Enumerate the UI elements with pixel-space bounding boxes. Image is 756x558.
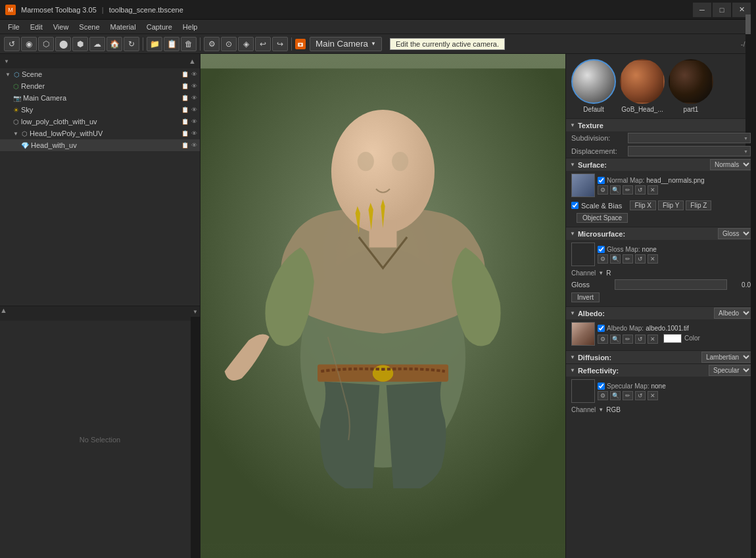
diffusion-mode-select[interactable]: Lambertian	[701, 352, 752, 363]
menu-file[interactable]: File	[3, 22, 25, 32]
cloth-action-vis[interactable]: 👁	[191, 118, 197, 125]
gloss-refresh-btn[interactable]: ↺	[635, 254, 646, 264]
menu-edit[interactable]: Edit	[25, 22, 48, 32]
albedo-section-header[interactable]: ▼ Albedo: Albedo	[566, 306, 756, 319]
albedo-color-swatch[interactable]	[663, 334, 682, 343]
props-scroll-down-btn[interactable]: ▼	[191, 306, 200, 317]
normal-map-edit-btn[interactable]: ✏	[623, 185, 633, 195]
props-scroll-up[interactable]: ▲	[0, 306, 7, 314]
tree-item-sky[interactable]: ☀ Sky 📋 👁	[0, 104, 200, 116]
menu-capture[interactable]: Capture	[141, 22, 177, 32]
normal-map-refresh-btn[interactable]: ↺	[635, 185, 646, 195]
viewport[interactable]	[201, 54, 565, 558]
sky-action-vis[interactable]: 👁	[191, 106, 197, 113]
toolbar-btn-settings1[interactable]: ⚙	[204, 37, 220, 51]
albedo-mode-container: Albedo	[714, 308, 752, 319]
reflectivity-mode-select[interactable]: Specular	[709, 365, 752, 376]
tree-item-head-uv[interactable]: 💎 Head_with_uv 📋 👁	[0, 139, 200, 151]
specular-search-btn[interactable]: 🔍	[610, 391, 621, 400]
gloss-slider[interactable]	[615, 279, 727, 290]
albedo-edit-btn[interactable]: ✏	[623, 335, 633, 344]
flip-y-btn[interactable]: Flip Y	[658, 200, 684, 210]
panel-scroll-up[interactable]: ▲	[189, 57, 196, 65]
normal-map-search-btn[interactable]: 🔍	[610, 185, 621, 195]
object-space-btn[interactable]: Object Space	[577, 213, 628, 223]
tree-item-cloth[interactable]: ⬡ low_poly_cloth_with_uv 📋 👁	[0, 116, 200, 128]
microsurface-mode-select[interactable]: Gloss	[718, 228, 752, 239]
head-uv-vis[interactable]: 👁	[191, 142, 197, 149]
toolbar-btn-settings4[interactable]: ↩	[255, 37, 271, 51]
render-action-vis[interactable]: 👁	[191, 83, 197, 89]
gloss-edit-btn[interactable]: ✏	[623, 254, 633, 264]
specular-settings-btn[interactable]: ⚙	[598, 391, 608, 400]
menu-scene[interactable]: Scene	[74, 22, 105, 32]
tree-item-render[interactable]: ⬡ Render 📋 👁	[0, 80, 200, 92]
normal-map-checkbox[interactable]	[598, 177, 605, 184]
mat-ball-gob[interactable]: GoB_Head_...	[620, 59, 665, 113]
menu-view[interactable]: View	[48, 22, 74, 32]
toolbar-btn-6[interactable]: ☁	[89, 37, 105, 51]
minimize-button[interactable]: ─	[693, 3, 711, 17]
specular-refresh-btn[interactable]: ↺	[635, 391, 646, 400]
tree-item-scene[interactable]: ▼ ⬡ Scene 📋 👁	[0, 68, 200, 80]
camera-action-vis[interactable]: 👁	[191, 95, 197, 101]
tree-action-copy[interactable]: 📋	[181, 71, 189, 78]
mat-ball-part1[interactable]: part1	[669, 59, 713, 113]
toolbar-btn-copy[interactable]: 📋	[164, 37, 179, 51]
toolbar-btn-8[interactable]: ↻	[124, 37, 139, 51]
displacement-dropdown[interactable]	[628, 146, 751, 156]
gloss-search-btn[interactable]: 🔍	[610, 254, 621, 264]
normal-map-clear-btn[interactable]: ✕	[648, 185, 658, 195]
albedo-clear-btn[interactable]: ✕	[648, 335, 658, 344]
mat-ball-default[interactable]: Default	[571, 59, 616, 113]
texture-section-header[interactable]: ▼ Texture	[566, 118, 756, 131]
flip-z-btn[interactable]: Flip Z	[686, 200, 711, 210]
toolbar-btn-settings5[interactable]: ↪	[272, 37, 288, 51]
toolbar-btn-4[interactable]: ⬤	[55, 37, 71, 51]
maximize-button[interactable]: □	[713, 3, 731, 17]
surface-section-header[interactable]: ▼ Surface: Normals	[566, 158, 756, 171]
toolbar-btn-folder[interactable]: 📁	[147, 37, 162, 51]
surface-mode-select[interactable]: Normals	[710, 159, 752, 170]
flip-x-btn[interactable]: Flip X	[630, 200, 656, 210]
normal-map-settings-btn[interactable]: ⚙	[598, 185, 608, 195]
toolbar-btn-7[interactable]: 🏠	[106, 37, 122, 51]
albedo-map-checkbox[interactable]	[598, 325, 605, 332]
render-action-copy[interactable]: 📋	[181, 83, 189, 89]
toolbar-btn-settings2[interactable]: ⊙	[221, 37, 237, 51]
head-uv-copy[interactable]: 📋	[181, 142, 189, 149]
gloss-map-checkbox[interactable]	[598, 246, 605, 253]
tree-item-head-lowpoly[interactable]: ▼ ⬡ Head_lowPoly_withUV 📋 👁	[0, 128, 200, 139]
sky-action-copy[interactable]: 📋	[181, 106, 189, 113]
menu-help[interactable]: Help	[177, 22, 203, 32]
tree-action-vis[interactable]: 👁	[191, 71, 197, 78]
specular-map-checkbox[interactable]	[598, 383, 605, 390]
invert-btn[interactable]: Invert	[571, 292, 600, 302]
head-lowpoly-vis[interactable]: 👁	[191, 130, 197, 137]
toolbar-btn-1[interactable]: ↺	[4, 37, 20, 51]
albedo-mode-select[interactable]: Albedo	[714, 308, 752, 319]
toolbar-btn-delete[interactable]: 🗑	[181, 37, 197, 51]
gloss-settings-btn[interactable]: ⚙	[598, 254, 608, 264]
toolbar-btn-3[interactable]: ⬡	[38, 37, 54, 51]
specular-edit-btn[interactable]: ✏	[623, 391, 633, 400]
tree-item-camera[interactable]: 📷 Main Camera 📋 👁	[0, 92, 200, 104]
menu-material[interactable]: Material	[105, 22, 141, 32]
diffusion-section-header[interactable]: ▼ Diffusion: Lambertian	[566, 350, 756, 363]
albedo-refresh-btn[interactable]: ↺	[635, 335, 646, 344]
scale-bias-checkbox[interactable]	[571, 202, 579, 209]
toolbar-btn-5[interactable]: ⬢	[72, 37, 88, 51]
head-lowpoly-copy[interactable]: 📋	[181, 130, 189, 137]
subdivision-dropdown[interactable]	[628, 133, 751, 143]
specular-clear-btn[interactable]: ✕	[648, 391, 658, 400]
toolbar-btn-settings3[interactable]: ◈	[238, 37, 254, 51]
reflectivity-section-header[interactable]: ▼ Reflectivity: Specular	[566, 363, 756, 377]
camera-action-copy[interactable]: 📋	[181, 95, 189, 101]
toolbar-btn-2[interactable]: ◉	[21, 37, 37, 51]
albedo-settings-btn[interactable]: ⚙	[598, 335, 608, 344]
microsurface-section-header[interactable]: ▼ Microsurface: Gloss	[566, 227, 756, 240]
gloss-clear-btn[interactable]: ✕	[648, 254, 658, 264]
camera-dropdown-button[interactable]: Main Camera ▼	[310, 37, 382, 51]
cloth-action-copy[interactable]: 📋	[181, 118, 189, 125]
albedo-search-btn[interactable]: 🔍	[610, 335, 621, 344]
